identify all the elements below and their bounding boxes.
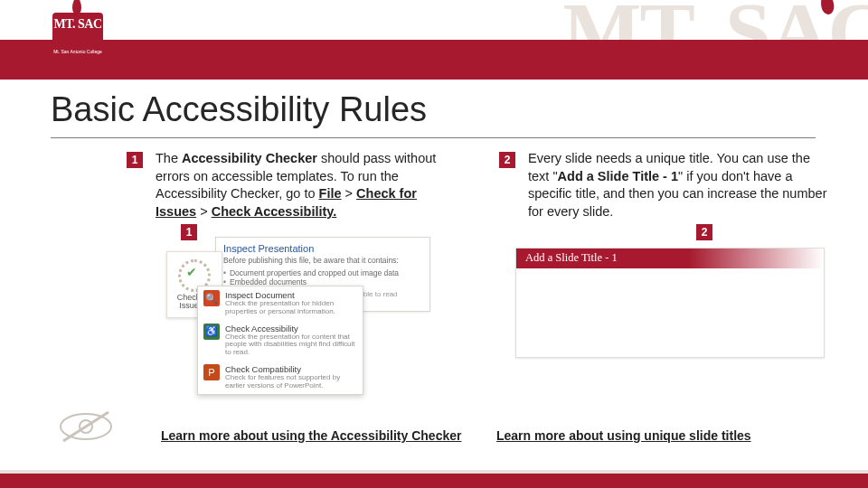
inspect-bullet-1: Document properties and cropped out imag… (223, 268, 422, 277)
slide-preview: Add a Slide Title - 1 (515, 248, 825, 358)
opt3-desc: Check for features not supported by earl… (225, 374, 357, 390)
mtsac-logo: MT. SAC Mt. San Antonio College (52, 13, 108, 58)
eye-crossed-icon (54, 408, 118, 445)
logo-sub-text: Mt. San Antonio College (52, 49, 103, 54)
illus-1-number: 1 (181, 224, 197, 240)
column-1: 1 The Accessibility Checker should pass … (127, 150, 459, 221)
opt1-desc: Check the presentation for hidden proper… (225, 300, 357, 316)
illus-2-number: 2 (696, 224, 712, 240)
menu-check-accessibility[interactable]: ♿ Check AccessibilityCheck the presentat… (198, 320, 363, 361)
footer-links: Learn more about using the Accessibility… (161, 428, 832, 443)
opt2-title: Check Accessibility (225, 324, 357, 333)
page-title: Basic Accessibility Rules (51, 90, 427, 129)
illustration-1: 1 Inspect Presentation Before publishing… (161, 237, 423, 394)
illustration-2: 2 Add a Slide Title - 1 (515, 237, 823, 381)
link-accessibility-checker[interactable]: Learn more about using the Accessibility… (161, 428, 496, 443)
slide-title-text: Add a Slide Title - 1 (525, 251, 618, 265)
footer-bar (0, 474, 868, 488)
inspect-panel-intro: Before publishing this file, be aware th… (223, 256, 422, 265)
slide-page: MT. SAC MT. SAC Mt. San Antonio College … (0, 0, 868, 488)
link-unique-titles[interactable]: Learn more about using unique slide titl… (496, 428, 832, 443)
rule-number-1: 1 (127, 152, 143, 168)
menu-check-compatibility[interactable]: P Check CompatibilityCheck for features … (198, 361, 363, 394)
document-icon: 🔍 (203, 290, 220, 306)
accessibility-icon: ♿ (203, 324, 220, 340)
opt2-desc: Check the presentation for content that … (225, 333, 357, 357)
compatibility-icon: P (203, 364, 220, 380)
slide-title-bar: Add a Slide Title - 1 (516, 249, 824, 268)
check-issues-menu: 🔍 Inspect DocumentCheck the presentation… (197, 286, 363, 395)
header-red-bar (0, 40, 868, 80)
title-rule (51, 137, 816, 138)
rule-2-text: Every slide needs a unique title. You ca… (528, 150, 832, 221)
menu-inspect-document[interactable]: 🔍 Inspect DocumentCheck the presentation… (198, 286, 363, 320)
content-columns: 1 The Accessibility Checker should pass … (127, 150, 832, 221)
inspect-panel-title: Inspect Presentation (223, 243, 422, 254)
header: MT. SAC MT. SAC Mt. San Antonio College (0, 0, 868, 72)
rule-1-text: The Accessibility Checker should pass wi… (156, 150, 459, 221)
logo-main-text: MT. SAC (52, 18, 103, 31)
rule-number-2: 2 (499, 152, 515, 168)
column-2: 2 Every slide needs a unique title. You … (499, 150, 832, 221)
